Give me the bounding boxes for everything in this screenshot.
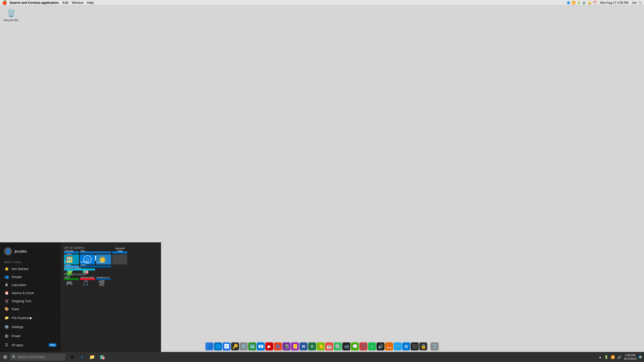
start-app-snipping[interactable]: ✂️ Snipping Tool (0, 297, 60, 305)
dock-onenote[interactable]: 📓 (283, 342, 291, 350)
start-user-profile[interactable]: 👤 jbrodkin (0, 245, 60, 259)
dock-onenote2[interactable]: 📒 (291, 342, 299, 350)
tile-edge[interactable]: e Microsoft Edge (112, 251, 127, 253)
start-app-paint[interactable]: 🎨 Paint (0, 305, 60, 313)
dock-evernote[interactable]: 🐘 (334, 342, 342, 350)
mac-username[interactable]: Jon (632, 1, 637, 5)
menu-window[interactable]: Window (72, 1, 83, 5)
taskbar-edge[interactable]: e (77, 352, 87, 362)
dock-itunes[interactable]: 🎵 (359, 342, 368, 350)
dock-fantastical[interactable]: 📆 (325, 342, 333, 350)
dock-messages[interactable]: 💬 (351, 342, 359, 350)
tile-xbox[interactable]: 🎮 Xbox (64, 278, 79, 280)
dock-maps[interactable]: 🗺️ (248, 342, 256, 350)
taskbar-store[interactable]: 🛍️ (97, 352, 107, 362)
start-app-calculator[interactable]: 🖩 Calculator (0, 281, 60, 289)
taskbar-file-explorer[interactable]: 📁 (87, 352, 97, 362)
tray-clock[interactable]: 2:58 PM 8/17/2015 (623, 353, 637, 361)
dock-firefox[interactable]: 🦊 (385, 342, 393, 350)
start-settings[interactable]: ⚙️ Settings (0, 322, 60, 331)
snipping-icon: ✂️ (4, 298, 9, 303)
dock-spotify[interactable]: ♪ (368, 342, 376, 350)
apple-menu-icon[interactable]: 🍎 (2, 0, 7, 5)
recycle-bin-icon[interactable]: 🗑️ Recycle Bin (2, 8, 20, 22)
start-app-people[interactable]: 👥 People (0, 273, 60, 281)
dock-safari[interactable]: 🌐 (214, 342, 222, 350)
tile-store[interactable]: 🛍️ Store (80, 265, 111, 267)
file-explorer-label: File Explorer (12, 316, 30, 320)
get-started-icon: ⭐ (4, 266, 9, 271)
tile-calendar[interactable]: 📅 Calendar (64, 251, 79, 253)
volume-icon[interactable]: 🔊 (582, 1, 586, 5)
search-placeholder: Search and Cortana (18, 355, 45, 359)
spotlight-icon[interactable]: 🔍 (638, 1, 642, 5)
dock-1password[interactable]: 🔑 (231, 342, 239, 350)
menu-edit[interactable]: Edit (63, 1, 68, 5)
tray-battery-icon[interactable]: 🔋 (603, 355, 609, 359)
tile-empty (112, 254, 127, 264)
menu-help[interactable]: Help (87, 1, 94, 5)
play-explore-label: Play and explore (64, 273, 157, 276)
clock-icon[interactable]: ⏰ (593, 1, 597, 5)
groove-tile-label: Groove Music (80, 277, 95, 279)
paint-label: Paint (12, 307, 19, 311)
tile-weather[interactable]: ☀️ Cortana (96, 254, 111, 264)
dock-outlook[interactable]: 📧 (257, 342, 265, 350)
dock-trash[interactable]: 🗑️ (431, 342, 439, 350)
dock-sysprefs[interactable]: ⚙️ (240, 342, 248, 350)
dock-iterm[interactable]: ⬛ (411, 342, 419, 350)
dock-1pass2[interactable]: 🔒 (419, 342, 427, 350)
dock-appstore[interactable]: 🅰 (223, 342, 231, 350)
dock-lime[interactable]: 🍋 (317, 342, 325, 350)
new-badge: New (49, 343, 56, 347)
dock-chrome[interactable]: 🌀 (274, 342, 282, 350)
get-started-label: Get Started (12, 267, 28, 271)
tile-mail[interactable]: ✉️ Mail (80, 251, 111, 253)
tray-arrow-icon[interactable]: ▲ (598, 355, 602, 359)
jigsaw-tile-label: Microsoft Jigsaw (64, 267, 81, 269)
dock-tweetbot[interactable]: 🐦 (394, 342, 402, 350)
taskbar-task-view[interactable]: ⧉ (67, 352, 77, 362)
start-button[interactable]: ⊞ (0, 352, 10, 362)
alarms-label: Alarms & Clock (12, 291, 34, 295)
xbox-tile-icon: 🎮 (66, 280, 73, 287)
paint-icon: 🎨 (4, 306, 9, 311)
file-explorer-icon: 📁 (4, 315, 9, 320)
start-file-explorer[interactable]: 📁 File Explorer ▶ (0, 313, 60, 322)
tile-jigsaw[interactable]: 🧩 Microsoft Jigsaw (64, 268, 95, 270)
notification-icon[interactable]: 🔔 (588, 1, 591, 5)
dock-finder[interactable]: 🔵 (206, 342, 214, 350)
tray-notification-icon[interactable]: 🔔 (638, 355, 642, 359)
taskbar-search-box[interactable]: 🔍 Search and Cortana (10, 353, 65, 360)
tray-time: 2:58 PM (624, 353, 636, 357)
dock-parallels[interactable]: ▶ (265, 342, 273, 350)
dock-windows[interactable]: ⊞ (402, 342, 410, 350)
people-icon: 👥 (4, 274, 9, 279)
tile-movies[interactable]: 🎬 Movies & TV (96, 278, 111, 280)
bluetooth-icon[interactable]: 🔷 (567, 1, 570, 5)
dock-excel[interactable]: X (308, 342, 316, 350)
start-all-apps[interactable]: ☰ All apps New (0, 340, 60, 349)
tray-wifi-icon[interactable]: 📶 (610, 355, 616, 359)
all-apps-label: All apps (12, 343, 23, 347)
dock-facetime[interactable]: 📹 (342, 342, 350, 350)
tray-volume-icon[interactable]: 🔊 (617, 355, 622, 359)
search-icon: 🔍 (12, 355, 16, 359)
start-power[interactable]: ⏻ Power (0, 331, 60, 340)
tile-photos[interactable]: 🖼️ Photos (64, 254, 79, 264)
start-menu-left: 👤 jbrodkin Most used ⭐ Get Started 👥 Peo… (0, 242, 60, 352)
battery-icon[interactable]: 🔋 (577, 1, 581, 5)
start-app-get-started[interactable]: ⭐ Get Started (0, 265, 60, 273)
calendar-tile-label: Calendar (64, 250, 74, 252)
tiles-life-grid: 📅 Calendar ✉️ Mail e Microsoft Edge 🖼️ P… (64, 251, 157, 270)
dock-word[interactable]: W (300, 342, 308, 350)
dock-separator (429, 343, 429, 350)
groove-tile-icon: 🎵 (82, 280, 89, 287)
wifi-icon[interactable]: 📶 (572, 1, 576, 5)
tile-cortana[interactable]: ○ Weather (80, 254, 95, 264)
tray-date: 8/17/2015 (624, 357, 636, 360)
tile-groove[interactable]: 🎵 Groove Music (80, 278, 95, 280)
dock-sonos[interactable]: 🔊 (377, 342, 385, 350)
mac-menu-items: Edit Window Help (63, 1, 567, 5)
start-app-alarms[interactable]: ⏰ Alarms & Clock (0, 289, 60, 297)
